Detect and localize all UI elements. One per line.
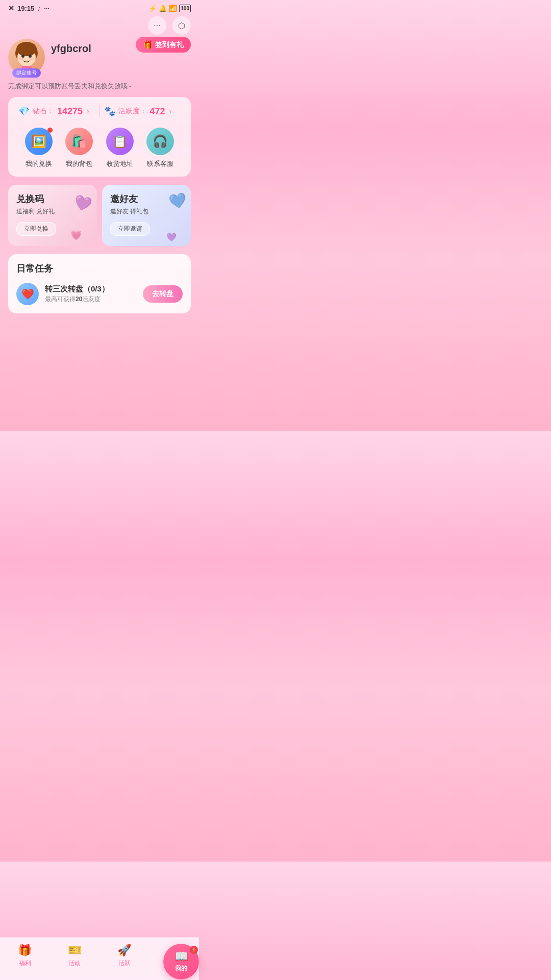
service-icon: 🎧	[153, 134, 168, 149]
action-exchange[interactable]: 🖼️ 我的兑换	[25, 128, 53, 168]
stats-card: 💎 钻石： 14275 › 🐾 活跃度： 472 › 🖼️ 我的兑换 🛍️ 我的…	[8, 97, 191, 177]
activity-value: 472	[150, 106, 165, 117]
status-left: ✕ 19:15 ♪ ···	[8, 4, 49, 12]
sign-in-label: 签到有礼	[155, 40, 184, 50]
status-bar: ✕ 19:15 ♪ ··· ⚡ 🔔 📶 100	[0, 0, 199, 14]
service-icon-bg: 🎧	[146, 128, 174, 155]
daily-tasks-section: 日常任务 ❤️ 转三次转盘（0/3） 最高可获得20活跃度 去转盘	[8, 254, 191, 313]
diamond-icon: 💎	[18, 106, 30, 117]
exchange-icon-bg: 🖼️	[25, 128, 53, 155]
svg-point-3	[21, 55, 24, 58]
username: yfgbcrol	[51, 43, 130, 55]
heart-deco-3: 💙	[167, 191, 188, 211]
sign-in-icon: 🎁	[143, 40, 153, 50]
heart-icon: ❤️	[21, 288, 34, 300]
battery-icon: 100	[179, 5, 191, 12]
backpack-icon-bg: 🛍️	[65, 128, 93, 155]
svg-point-5	[19, 58, 23, 60]
settings-icon: ⬡	[178, 21, 185, 31]
profile-section: 绑定账号 yfgbcrol 🎁 签到有礼	[0, 39, 199, 80]
task-spin: ❤️ 转三次转盘（0/3） 最高可获得20活跃度 去转盘	[16, 283, 183, 305]
status-close-icon: ✕	[8, 4, 14, 12]
action-backpack[interactable]: 🛍️ 我的背包	[65, 128, 93, 168]
svg-point-6	[30, 58, 34, 60]
promo-card-invite: 邀好友 邀好友 得礼包 立即邀请 💙 💜	[102, 185, 191, 246]
activity-arrow: ›	[169, 107, 172, 115]
tiktok-icon: ♪	[37, 4, 41, 12]
stats-row: 💎 钻石： 14275 › 🐾 活跃度： 472 ›	[18, 105, 181, 117]
notification-icon: 🔔	[159, 5, 167, 12]
service-label: 联系客服	[147, 159, 173, 168]
promo-card-redeem: 兑换码 送福利 兑好礼 立即兑换 💜 💗	[8, 185, 97, 246]
invite-button[interactable]: 立即邀请	[110, 222, 150, 236]
activity-icon: 🐾	[104, 106, 115, 117]
activity-stat[interactable]: 🐾 活跃度： 472 ›	[104, 106, 181, 117]
svg-point-4	[29, 55, 32, 58]
heart-deco-4: 💜	[166, 232, 177, 242]
more-icon: ···	[44, 5, 49, 12]
redeem-button[interactable]: 立即兑换	[16, 222, 56, 236]
diamond-arrow: ›	[87, 107, 89, 115]
address-label: 收货地址	[107, 159, 133, 168]
promo-section: 兑换码 送福利 兑好礼 立即兑换 💜 💗 邀好友 邀好友 得礼包 立即邀请 💙 …	[8, 185, 191, 246]
stat-divider	[99, 105, 100, 117]
spin-button[interactable]: 去转盘	[143, 285, 183, 303]
address-icon-bg: 📋	[106, 128, 134, 155]
message-button[interactable]: ···	[148, 16, 166, 35]
activity-label: 活跃度：	[118, 107, 147, 116]
settings-button[interactable]: ⬡	[172, 16, 191, 35]
diamond-label: 钻石：	[33, 107, 54, 116]
svg-point-2	[16, 42, 37, 56]
status-time: 19:15	[17, 5, 34, 12]
exchange-label: 我的兑换	[26, 159, 52, 168]
profile-info: yfgbcrol	[51, 39, 130, 55]
backpack-icon: 🛍️	[71, 134, 87, 149]
task-spin-desc: 最高可获得20活跃度	[45, 295, 137, 304]
task-desc-highlight: 20	[76, 296, 82, 303]
heart-deco-2: 💗	[70, 230, 82, 241]
daily-tasks-title: 日常任务	[16, 262, 183, 275]
bluetooth-icon: ⚡	[148, 5, 157, 12]
task-desc-suffix: 活跃度	[82, 296, 101, 303]
header-icons: ··· ⬡	[0, 14, 199, 39]
sign-in-button[interactable]: 🎁 签到有礼	[136, 37, 191, 53]
task-desc-prefix: 最高可获得	[45, 296, 76, 303]
task-spin-name: 转三次转盘（0/3）	[45, 284, 137, 294]
action-address[interactable]: 📋 收货地址	[106, 128, 134, 168]
exchange-icon: 🖼️	[31, 134, 46, 149]
diamond-value: 14275	[57, 106, 83, 117]
task-spin-icon: ❤️	[16, 283, 39, 305]
status-right: ⚡ 🔔 📶 100	[148, 5, 191, 12]
avatar-container: 绑定账号	[8, 39, 45, 76]
avatar-image	[11, 42, 42, 72]
diamond-stat[interactable]: 💎 钻石： 14275 ›	[18, 106, 95, 117]
backpack-label: 我的背包	[66, 159, 92, 168]
wifi-icon: 📶	[169, 5, 177, 12]
quick-actions: 🖼️ 我的兑换 🛍️ 我的背包 📋 收货地址 🎧 联系客服	[18, 126, 181, 168]
bind-badge[interactable]: 绑定账号	[12, 68, 41, 78]
address-icon: 📋	[112, 134, 128, 149]
message-icon: ···	[154, 21, 160, 30]
bind-notice-text: 完成绑定可以预防账号丢失和兑换失败哦~	[8, 82, 132, 90]
action-service[interactable]: 🎧 联系客服	[146, 128, 174, 168]
exchange-notification	[47, 128, 53, 133]
task-spin-info: 转三次转盘（0/3） 最高可获得20活跃度	[45, 284, 137, 304]
bind-notice: 完成绑定可以预防账号丢失和兑换失败哦~	[0, 80, 199, 97]
